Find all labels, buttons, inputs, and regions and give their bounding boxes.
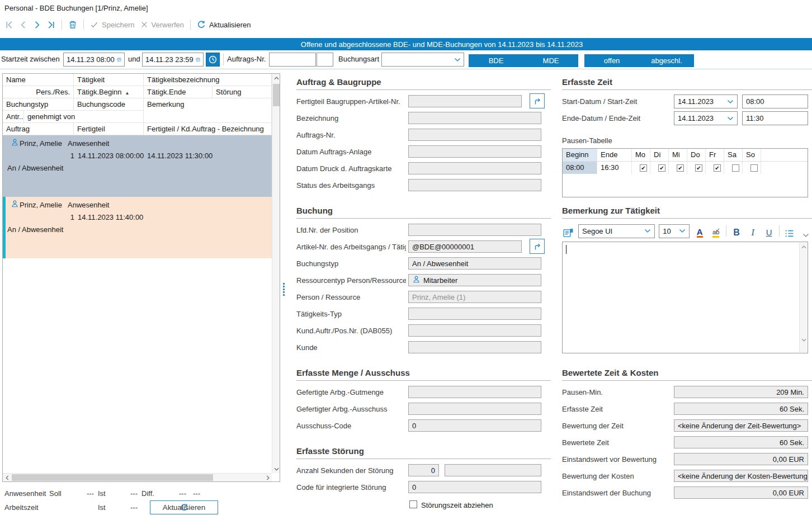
italic-button[interactable]: I bbox=[747, 224, 759, 238]
stoerungszeit-checkbox[interactable] bbox=[409, 500, 417, 508]
col-genehmigt-von[interactable]: genehmigt von bbox=[24, 111, 144, 123]
panel-splitter[interactable] bbox=[283, 283, 285, 296]
pause-day-checkbox[interactable] bbox=[750, 164, 758, 172]
scroll-down-arrow[interactable] bbox=[272, 465, 280, 473]
scroll-thumb[interactable] bbox=[273, 84, 280, 106]
pausen-header-cell[interactable]: Sa bbox=[724, 149, 743, 161]
field-input[interactable] bbox=[408, 179, 541, 191]
col-name[interactable]: Name bbox=[3, 74, 74, 86]
col-fertigteil-bezeichnung[interactable]: Fertigteil / Kd.Auftrag - Bezeichnung bbox=[144, 123, 272, 135]
bullet-list-button[interactable] bbox=[783, 224, 796, 238]
save-button[interactable]: Speichern bbox=[87, 19, 138, 31]
scroll-left-arrow[interactable] bbox=[3, 474, 11, 481]
field-input[interactable]: Prinz, Amelie (1) bbox=[408, 291, 541, 303]
pause-day-checkbox[interactable]: ✔ bbox=[658, 164, 665, 172]
scroll-up-arrow[interactable] bbox=[800, 243, 808, 251]
font-family-select[interactable]: Segoe UI bbox=[578, 224, 655, 238]
field-input[interactable]: 0 bbox=[408, 481, 541, 493]
pausen-header-cell[interactable]: Mo bbox=[632, 149, 650, 161]
pausen-header-cell[interactable]: So bbox=[743, 149, 761, 161]
end-datetime-input[interactable]: 14.11.23 23:59 bbox=[142, 53, 204, 67]
field-input[interactable] bbox=[408, 341, 541, 353]
col-taetigkeitsbezeichnung[interactable]: Tätigkeitsbezeichnung bbox=[144, 74, 272, 86]
field-input[interactable]: <keine Änderung der Zeit-Bewertung> bbox=[674, 419, 808, 432]
field-input[interactable] bbox=[408, 95, 522, 107]
delete-button[interactable] bbox=[65, 18, 80, 31]
field-input[interactable]: @BDE@00000001 bbox=[408, 240, 522, 253]
pausen-header-cell[interactable]: Mi bbox=[669, 149, 687, 161]
grid-row[interactable]: Prinz, AmelieAnwesenheit114.11.2023 08:0… bbox=[3, 135, 272, 197]
pausen-ende-cell[interactable]: 16:30 bbox=[597, 162, 632, 174]
font-color-button[interactable]: A bbox=[693, 224, 706, 238]
pause-day-checkbox[interactable]: ✔ bbox=[640, 164, 647, 172]
field-input[interactable]: Mitarbeiter bbox=[408, 274, 541, 286]
pausen-header-cell[interactable]: Do bbox=[687, 149, 706, 161]
field-input[interactable] bbox=[408, 129, 541, 141]
auftragsnr-suffix-input[interactable] bbox=[317, 53, 333, 67]
end-time-input[interactable]: 11:30 bbox=[742, 111, 808, 125]
nav-prev-button[interactable] bbox=[16, 19, 30, 31]
nav-first-button[interactable] bbox=[2, 19, 16, 31]
auftragsnr-input[interactable] bbox=[269, 53, 316, 67]
field-input[interactable] bbox=[408, 403, 541, 415]
field-input[interactable]: 0,00 EUR bbox=[674, 453, 808, 465]
scroll-down-arrow[interactable] bbox=[800, 336, 808, 344]
field-input[interactable]: 209 Min. bbox=[674, 386, 808, 398]
bemerkung-textarea[interactable] bbox=[562, 242, 808, 353]
pausen-header-cell[interactable]: Beginn bbox=[563, 149, 597, 161]
field-input[interactable] bbox=[408, 224, 541, 236]
underline-button[interactable]: U bbox=[763, 224, 775, 238]
field-input[interactable]: 60 Sek. bbox=[674, 403, 808, 415]
start-datetime-input[interactable]: 14.11.23 08:00 bbox=[63, 53, 125, 67]
field-input[interactable]: An / Abwesenheit bbox=[408, 257, 541, 270]
font-size-select[interactable]: 10 bbox=[659, 224, 690, 238]
col-stoerung[interactable]: Störung bbox=[213, 86, 272, 98]
buchungsart-select[interactable] bbox=[381, 53, 464, 67]
abgeschl-toggle[interactable]: abgeschl. bbox=[639, 54, 694, 67]
offen-toggle[interactable]: offen bbox=[584, 54, 639, 67]
pause-day-checkbox[interactable]: ✔ bbox=[695, 164, 702, 172]
col-pers-res[interactable]: Pers./Res. bbox=[3, 86, 74, 98]
col-buchungscode[interactable]: Buchungscode bbox=[74, 98, 144, 111]
field-input[interactable] bbox=[408, 324, 541, 337]
pausen-data-row[interactable]: 08:0016:30✔✔✔✔✔ bbox=[563, 162, 808, 174]
bde-toggle[interactable]: BDE bbox=[469, 54, 523, 67]
grid-row[interactable]: Prinz, AmelieAnwesenheit114.11.2023 11:4… bbox=[3, 197, 272, 258]
scroll-right-arrow[interactable] bbox=[263, 474, 272, 481]
field-input-secondary[interactable] bbox=[445, 464, 541, 476]
jump-button[interactable] bbox=[530, 93, 545, 108]
col-taetigkeit[interactable]: Tätigkeit bbox=[74, 74, 144, 86]
field-input[interactable] bbox=[408, 112, 541, 124]
field-input[interactable] bbox=[408, 386, 541, 398]
col-buchungstyp[interactable]: Buchungstyp bbox=[3, 98, 74, 111]
scroll-up-arrow[interactable] bbox=[272, 74, 280, 82]
pausen-header-cell[interactable]: Ende bbox=[597, 149, 632, 161]
footer-refresh-button[interactable]: Aktualisieren bbox=[150, 500, 218, 514]
end-date-select[interactable]: 14.11.2023 bbox=[674, 111, 738, 125]
nav-next-button[interactable] bbox=[30, 19, 44, 31]
jump-button[interactable] bbox=[530, 239, 545, 254]
pause-day-checkbox[interactable] bbox=[732, 164, 739, 172]
pausen-beginn-cell[interactable]: 08:00 bbox=[563, 162, 597, 174]
time-filter-button[interactable] bbox=[206, 53, 220, 67]
mde-toggle[interactable]: MDE bbox=[523, 54, 578, 67]
highlight-button[interactable]: ab bbox=[710, 224, 722, 238]
col-taetigk-ende[interactable]: Tätigk.Ende bbox=[144, 86, 213, 98]
grid-vertical-scrollbar[interactable] bbox=[272, 74, 280, 473]
col-auftrag[interactable]: Auftrag bbox=[3, 123, 74, 135]
pausen-header-cell[interactable]: Fr bbox=[706, 149, 724, 161]
bold-button[interactable]: B bbox=[730, 224, 743, 238]
field-input[interactable]: <keine Änderung der Kosten-Bewertung> bbox=[674, 470, 808, 482]
refresh-button[interactable]: Aktualisieren bbox=[194, 18, 253, 31]
pause-day-checkbox[interactable]: ✔ bbox=[714, 164, 721, 172]
col-bemerkung[interactable]: Bemerkung bbox=[144, 98, 272, 123]
phrases-button[interactable] bbox=[562, 224, 574, 238]
field-input[interactable]: 60 Sek. bbox=[674, 436, 808, 448]
discard-button[interactable]: Verwerfen bbox=[138, 19, 187, 31]
field-input[interactable]: 0 bbox=[408, 419, 541, 432]
col-antr[interactable]: Antr... bbox=[3, 111, 24, 123]
scroll-thumb[interactable] bbox=[12, 474, 213, 481]
field-input[interactable] bbox=[408, 145, 541, 158]
field-input[interactable]: 0 bbox=[408, 464, 439, 476]
field-input[interactable]: 0,00 EUR bbox=[674, 486, 808, 499]
